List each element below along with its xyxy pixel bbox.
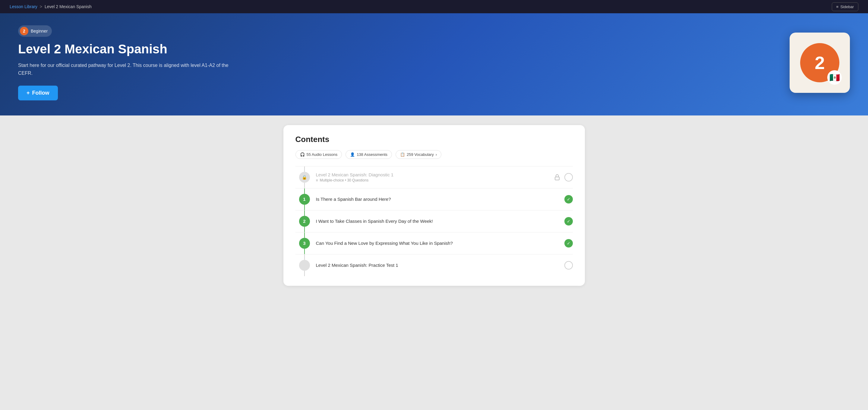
breadcrumb-separator: > bbox=[40, 4, 42, 9]
course-description: Start here for our official curated path… bbox=[18, 62, 229, 77]
diagnostic-title: Level 2 Mexican Spanish: Diagnostic 1 bbox=[316, 172, 554, 177]
main-content: Contents 🎧 55 Audio Lessons 👤 138 Assess… bbox=[0, 116, 868, 295]
lesson-1-title: Is There a Spanish Bar around Here? bbox=[316, 196, 564, 202]
follow-label: Follow bbox=[32, 90, 50, 96]
assessments-label: 138 Assessments bbox=[356, 152, 388, 157]
check-icon-2: ✓ bbox=[564, 217, 573, 225]
badge-label: Beginner bbox=[31, 29, 48, 33]
follow-plus-icon: + bbox=[27, 90, 30, 96]
breadcrumb-current-page: Level 2 Mexican Spanish bbox=[44, 4, 92, 9]
lesson-2-content: I Want to Take Classes in Spanish Every … bbox=[314, 212, 573, 231]
table-row[interactable]: 🔒 Level 2 Mexican Spanish: Diagnostic 1 … bbox=[296, 166, 573, 188]
completion-circle-empty bbox=[564, 173, 573, 182]
lesson-1-actions: ✓ bbox=[564, 195, 573, 203]
practice-actions bbox=[564, 261, 573, 270]
content-stats: 🎧 55 Audio Lessons 👤 138 Assessments 📋 2… bbox=[296, 150, 573, 159]
contents-card: Contents 🎧 55 Audio Lessons 👤 138 Assess… bbox=[283, 125, 585, 286]
hero-image: 2 🇲🇽 bbox=[789, 33, 850, 93]
check-icon-3: ✓ bbox=[564, 239, 573, 248]
lesson-number-2: 2 bbox=[299, 216, 310, 227]
flag-overlay: 🇲🇽 bbox=[827, 70, 842, 85]
sidebar-label: Sidebar bbox=[840, 4, 854, 9]
diagnostic-subtitle: ≡ Multiple-choice • 30 Questions bbox=[316, 178, 554, 182]
diagnostic-actions bbox=[554, 173, 573, 182]
lesson-info: Level 2 Mexican Spanish: Diagnostic 1 ≡ … bbox=[316, 172, 554, 182]
contents-heading: Contents bbox=[296, 135, 573, 144]
level-number: 2 bbox=[815, 53, 825, 73]
svg-rect-0 bbox=[555, 177, 559, 180]
sidebar-button[interactable]: ≡ Sidebar bbox=[832, 2, 858, 11]
table-row[interactable]: 3 Can You Find a New Love by Expressing … bbox=[296, 232, 573, 254]
audio-icon: 🎧 bbox=[300, 152, 305, 157]
lesson-info: I Want to Take Classes in Spanish Every … bbox=[316, 219, 564, 224]
lesson-2-title: I Want to Take Classes in Spanish Every … bbox=[316, 219, 564, 224]
top-nav: Lesson Library > Level 2 Mexican Spanish… bbox=[0, 0, 868, 13]
audio-lessons-label: 55 Audio Lessons bbox=[307, 152, 338, 157]
list-icon: ≡ bbox=[316, 178, 318, 182]
lesson-3-content: Can You Find a New Love by Expressing Wh… bbox=[314, 234, 573, 253]
vocabulary-icon: 📋 bbox=[400, 152, 405, 157]
table-row[interactable]: Level 2 Mexican Spanish: Practice Test 1 bbox=[296, 254, 573, 276]
vocabulary-chevron: › bbox=[436, 152, 437, 157]
check-icon-1: ✓ bbox=[564, 195, 573, 203]
breadcrumb: Lesson Library > Level 2 Mexican Spanish bbox=[10, 4, 92, 9]
course-image-card: 2 🇲🇽 bbox=[789, 33, 850, 93]
sidebar-icon: ≡ bbox=[836, 4, 839, 9]
lesson-2-actions: ✓ bbox=[564, 217, 573, 225]
lesson-3-title: Can You Find a New Love by Expressing Wh… bbox=[316, 241, 564, 246]
flag-emoji: 🇲🇽 bbox=[829, 73, 840, 83]
lesson-track-left-1: 1 bbox=[296, 188, 314, 210]
practice-number bbox=[299, 260, 310, 271]
lesson-track-left: 🔒 bbox=[296, 166, 314, 188]
diagnostic-content: Level 2 Mexican Spanish: Diagnostic 1 ≡ … bbox=[314, 167, 573, 188]
lesson-3-actions: ✓ bbox=[564, 239, 573, 248]
diagnostic-meta: Multiple-choice • 30 Questions bbox=[320, 178, 369, 182]
hero-content: 2 Beginner Level 2 Mexican Spanish Start… bbox=[18, 25, 259, 100]
lesson-1-content: Is There a Spanish Bar around Here? ✓ bbox=[314, 190, 573, 209]
follow-button[interactable]: + Follow bbox=[18, 86, 58, 100]
assessment-icon: 👤 bbox=[350, 152, 355, 157]
practice-title: Level 2 Mexican Spanish: Practice Test 1 bbox=[316, 262, 564, 268]
lesson-info: Level 2 Mexican Spanish: Practice Test 1 bbox=[316, 262, 564, 268]
lock-icon bbox=[554, 174, 561, 181]
course-title: Level 2 Mexican Spanish bbox=[18, 41, 259, 57]
stat-vocabulary[interactable]: 📋 259 Vocabulary › bbox=[396, 150, 441, 159]
completion-circle-practice bbox=[564, 261, 573, 270]
practice-content: Level 2 Mexican Spanish: Practice Test 1 bbox=[314, 256, 573, 275]
table-row[interactable]: 2 I Want to Take Classes in Spanish Ever… bbox=[296, 211, 573, 232]
breadcrumb-lesson-library[interactable]: Lesson Library bbox=[10, 4, 37, 9]
level-badge: 2 Beginner bbox=[18, 25, 52, 37]
table-row[interactable]: 1 Is There a Spanish Bar around Here? ✓ bbox=[296, 188, 573, 211]
lesson-number-1: 1 bbox=[299, 194, 310, 205]
vocabulary-label: 259 Vocabulary bbox=[407, 152, 434, 157]
badge-number: 2 bbox=[20, 27, 28, 35]
stat-assessments[interactable]: 👤 138 Assessments bbox=[345, 150, 392, 159]
lesson-list: 🔒 Level 2 Mexican Spanish: Diagnostic 1 … bbox=[296, 166, 573, 276]
level-circle: 2 🇲🇽 bbox=[800, 43, 839, 82]
lesson-track-left-practice bbox=[296, 254, 314, 276]
lesson-number-3: 3 bbox=[299, 238, 310, 249]
lesson-track-left-2: 2 bbox=[296, 211, 314, 232]
diagnostic-lock-icon: 🔒 bbox=[299, 172, 310, 183]
hero-section: 2 Beginner Level 2 Mexican Spanish Start… bbox=[0, 13, 868, 116]
lesson-info: Is There a Spanish Bar around Here? bbox=[316, 196, 564, 202]
stat-audio-lessons[interactable]: 🎧 55 Audio Lessons bbox=[296, 150, 342, 159]
lesson-info: Can You Find a New Love by Expressing Wh… bbox=[316, 241, 564, 246]
lesson-track-left-3: 3 bbox=[296, 232, 314, 254]
